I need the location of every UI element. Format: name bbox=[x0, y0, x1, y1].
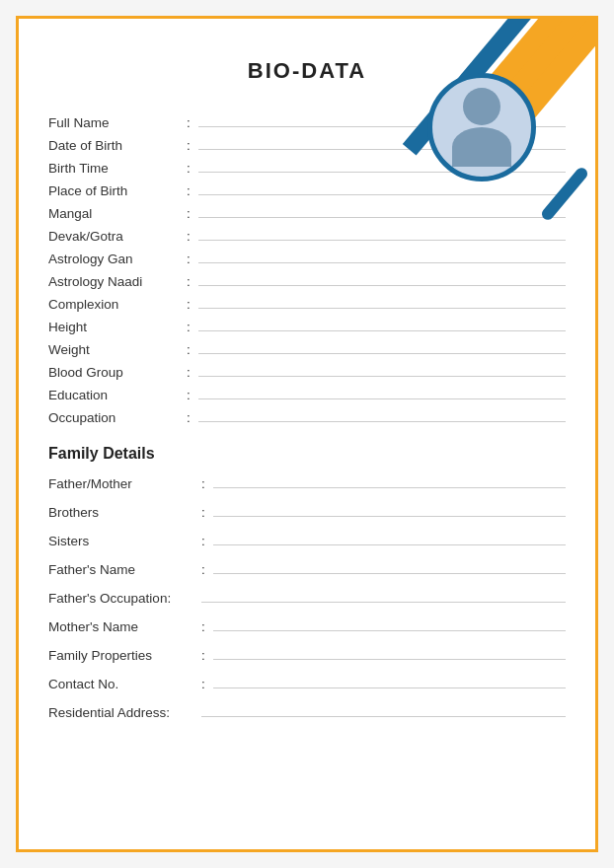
field-father-mother: Father/Mother : bbox=[48, 472, 566, 491]
colon-family-properties: : bbox=[201, 648, 205, 663]
field-fathers-occupation: Father's Occupation: bbox=[48, 587, 566, 606]
label-place-of-birth: Place of Birth bbox=[48, 183, 187, 198]
profile-head bbox=[463, 88, 500, 125]
label-date-of-birth: Date of Birth bbox=[48, 138, 187, 153]
value-mangal[interactable] bbox=[198, 202, 566, 218]
value-residential-address[interactable] bbox=[201, 701, 566, 717]
colon-place-of-birth: : bbox=[187, 183, 191, 198]
field-residential-address: Residential Address: bbox=[48, 701, 566, 720]
value-devak-gotra[interactable] bbox=[198, 225, 566, 241]
colon-complexion: : bbox=[187, 297, 191, 312]
label-complexion: Complexion bbox=[48, 297, 187, 312]
field-fathers-name: Father's Name : bbox=[48, 558, 566, 577]
value-occupation[interactable] bbox=[198, 406, 566, 422]
field-mangal: Mangal : bbox=[48, 202, 566, 221]
value-fathers-occupation[interactable] bbox=[201, 587, 566, 603]
colon-height: : bbox=[187, 320, 191, 334]
profile-icon bbox=[452, 88, 511, 167]
label-full-name: Full Name bbox=[48, 115, 187, 130]
field-weight: Weight : bbox=[48, 338, 566, 357]
label-blood-group: Blood Group bbox=[48, 365, 187, 380]
value-sisters[interactable] bbox=[213, 530, 566, 545]
colon-brothers: : bbox=[201, 505, 205, 520]
profile-body bbox=[452, 127, 511, 167]
value-education[interactable] bbox=[198, 384, 566, 399]
field-complexion: Complexion : bbox=[48, 293, 566, 312]
label-mothers-name: Mother's Name bbox=[48, 619, 201, 634]
value-father-mother[interactable] bbox=[213, 472, 566, 488]
label-family-properties: Family Properties bbox=[48, 648, 201, 663]
colon-contact-no: : bbox=[201, 677, 205, 691]
field-place-of-birth: Place of Birth : bbox=[48, 180, 566, 198]
colon-birth-time: : bbox=[187, 161, 191, 176]
value-brothers[interactable] bbox=[213, 501, 566, 517]
colon-blood-group: : bbox=[187, 365, 191, 380]
colon-fathers-name: : bbox=[201, 562, 205, 577]
label-astrology-gan: Astrology Gan bbox=[48, 252, 187, 266]
field-astrology-naadi: Astrology Naadi : bbox=[48, 270, 566, 289]
label-education: Education bbox=[48, 388, 187, 402]
value-place-of-birth[interactable] bbox=[198, 180, 566, 195]
label-sisters: Sisters bbox=[48, 534, 201, 548]
value-contact-no[interactable] bbox=[213, 673, 566, 688]
value-astrology-naadi[interactable] bbox=[198, 270, 566, 286]
colon-sisters: : bbox=[201, 534, 205, 548]
label-residential-address: Residential Address: bbox=[48, 705, 201, 720]
field-brothers: Brothers : bbox=[48, 501, 566, 520]
label-weight: Weight bbox=[48, 342, 187, 357]
field-mothers-name: Mother's Name : bbox=[48, 615, 566, 634]
colon-weight: : bbox=[187, 342, 191, 357]
field-blood-group: Blood Group : bbox=[48, 361, 566, 380]
field-contact-no: Contact No. : bbox=[48, 673, 566, 691]
label-fathers-name: Father's Name bbox=[48, 562, 201, 577]
value-weight[interactable] bbox=[198, 338, 566, 354]
colon-astrology-naadi: : bbox=[187, 274, 191, 289]
label-fathers-occupation: Father's Occupation: bbox=[48, 591, 201, 606]
value-mothers-name[interactable] bbox=[213, 615, 566, 631]
field-occupation: Occupation : bbox=[48, 406, 566, 425]
label-astrology-naadi: Astrology Naadi bbox=[48, 274, 187, 289]
colon-astrology-gan: : bbox=[187, 252, 191, 266]
value-astrology-gan[interactable] bbox=[198, 248, 566, 263]
colon-full-name: : bbox=[187, 115, 191, 130]
label-mangal: Mangal bbox=[48, 206, 187, 221]
field-astrology-gan: Astrology Gan : bbox=[48, 248, 566, 266]
label-occupation: Occupation bbox=[48, 410, 187, 425]
value-complexion[interactable] bbox=[198, 293, 566, 309]
profile-photo bbox=[427, 73, 536, 181]
label-birth-time: Birth Time bbox=[48, 161, 187, 176]
colon-mangal: : bbox=[187, 206, 191, 221]
colon-date-of-birth: : bbox=[187, 138, 191, 153]
colon-mothers-name: : bbox=[201, 619, 205, 634]
family-details-heading: Family Details bbox=[48, 445, 566, 463]
field-sisters: Sisters : bbox=[48, 530, 566, 548]
colon-devak-gotra: : bbox=[187, 229, 191, 244]
value-blood-group[interactable] bbox=[198, 361, 566, 377]
field-family-properties: Family Properties : bbox=[48, 644, 566, 663]
colon-occupation: : bbox=[187, 410, 191, 425]
colon-education: : bbox=[187, 388, 191, 402]
field-education: Education : bbox=[48, 384, 566, 402]
colon-father-mother: : bbox=[201, 476, 205, 491]
field-height: Height : bbox=[48, 316, 566, 334]
label-contact-no: Contact No. bbox=[48, 677, 201, 691]
value-height[interactable] bbox=[198, 316, 566, 331]
label-height: Height bbox=[48, 320, 187, 334]
value-fathers-name[interactable] bbox=[213, 558, 566, 574]
label-father-mother: Father/Mother bbox=[48, 476, 201, 491]
label-devak-gotra: Devak/Gotra bbox=[48, 229, 187, 244]
bio-data-page: BIO-DATA Full Name : Date of Birth : Bir… bbox=[16, 16, 598, 852]
field-devak-gotra: Devak/Gotra : bbox=[48, 225, 566, 244]
label-brothers: Brothers bbox=[48, 505, 201, 520]
value-family-properties[interactable] bbox=[213, 644, 566, 660]
